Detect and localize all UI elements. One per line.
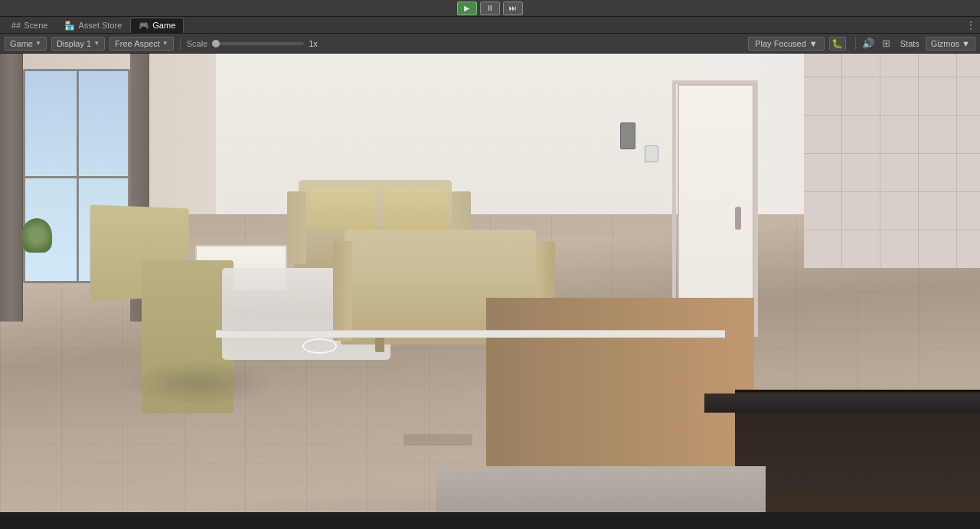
sofa-leg-1 [375,337,384,352]
stats-label: Stats [900,39,920,48]
stats-button[interactable]: Stats [897,37,923,51]
right-tools: 🔊 ⊞ Stats Gizmos ▼ [854,37,975,51]
separator-2 [855,38,856,50]
aspect-dropdown-label: Free Aspect [115,39,160,48]
display-dropdown-label: Display 1 [57,39,91,48]
scale-label: Scale [187,39,208,48]
gizmos-dropdown[interactable]: Gizmos ▼ [926,37,975,51]
separator-1 [180,38,181,50]
navigation-waypoint [302,338,337,354]
tab-more-button[interactable]: ⋮ [966,20,980,31]
game-dropdown-arrow: ▼ [35,40,41,47]
play-focused-arrow: ▼ [809,39,818,48]
tab-asset-store-label: Asset Store [78,21,122,30]
kitchen-tiles [804,54,980,268]
tab-bar: ## Scene 🏪 Asset Store 🎮 Game ⋮ [0,17,980,34]
door [678,84,754,329]
tab-game-label: Game [152,21,175,30]
play-focused-label: Play Focused [755,39,806,48]
scale-thumb[interactable] [212,40,220,47]
front-sofa-arm-left [333,241,352,341]
scale-value: 1x [309,39,318,48]
play-focused-button[interactable]: Play Focused ▼ [748,37,825,51]
aspect-dropdown-arrow: ▼ [162,40,168,47]
sofa-cushion-1 [310,188,375,230]
tab-scene[interactable]: ## Scene [3,18,56,33]
speaker-icon: 🔊 [862,38,874,49]
light-switch [645,145,658,162]
tab-scene-label: Scene [24,21,47,30]
game-dropdown[interactable]: Game ▼ [5,37,47,51]
pause-button[interactable]: ⏸ [480,2,500,15]
game-viewport[interactable] [0,54,980,512]
bug-icon: 🐛 [831,38,843,49]
stair-bottom [436,466,766,512]
chair-shadow [122,360,276,406]
table-items [403,434,472,446]
sofa-cushion-2 [383,188,448,230]
room-scene [0,54,980,512]
scene-icon: ## [11,21,21,30]
baseboard [216,330,726,338]
bug-report-button[interactable]: 🐛 [829,37,846,51]
door-handle [735,207,741,230]
display-dropdown-arrow: ▼ [93,40,100,47]
display-stats-icon-button[interactable]: ⊞ [879,37,894,51]
scale-slider[interactable] [212,42,304,45]
plant [21,218,52,253]
tab-asset-store[interactable]: 🏪 Asset Store [56,18,130,33]
grid-icon: ⊞ [882,38,890,49]
gizmos-label: Gizmos [931,39,959,48]
sofa-back-arm-left [287,191,306,264]
asset-store-icon: 🏪 [64,21,75,31]
gizmos-arrow: ▼ [962,39,970,48]
mute-button[interactable]: 🔊 [861,37,876,51]
game-icon: 🎮 [139,21,149,31]
step-button[interactable]: ⏭ [503,2,523,15]
tab-game[interactable]: 🎮 Game [130,18,184,33]
wall-intercom [620,122,635,149]
curtain-left [0,54,23,322]
aspect-dropdown[interactable]: Free Aspect ▼ [109,37,174,51]
play-toolbar: ▶ ⏸ ⏭ [0,0,980,17]
kitchen-counter-edge [704,393,980,413]
display-dropdown[interactable]: Display 1 ▼ [51,37,105,51]
play-button[interactable]: ▶ [457,2,477,15]
game-dropdown-label: Game [10,39,33,48]
options-bar: Game ▼ Display 1 ▼ Free Aspect ▼ Scale 1… [0,34,980,54]
